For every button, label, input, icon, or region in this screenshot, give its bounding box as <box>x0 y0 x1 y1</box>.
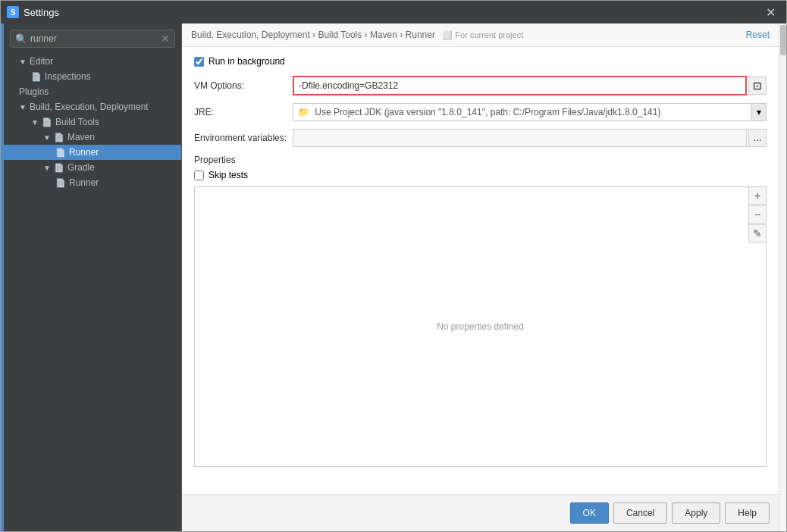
settings-window: S Settings ✕ 🔍 ✕ ▼ Editor 📄 Inspe <box>0 0 787 532</box>
sidebar-item-gradle-runner[interactable]: 📄 Runner <box>4 175 181 190</box>
vm-options-input[interactable] <box>293 76 747 95</box>
sidebar-item-label: Build, Execution, Deployment <box>30 102 149 112</box>
sidebar-item-build-exec-deploy[interactable]: ▼ Build, Execution, Deployment <box>4 99 181 114</box>
help-button[interactable]: Help <box>725 502 770 524</box>
env-vars-row: Environment variables: … <box>194 129 767 147</box>
search-input[interactable] <box>30 33 161 44</box>
sidebar-item-label: Plugins <box>19 86 49 97</box>
page-icon: 📄 <box>55 178 66 188</box>
edit-property-button[interactable]: ✎ <box>748 224 767 243</box>
breadcrumb: Build, Execution, Deployment › Build Too… <box>191 30 523 40</box>
breadcrumb-path: Build, Execution, Deployment › Build Too… <box>191 30 435 40</box>
sidebar-item-inspections[interactable]: 📄 Inspections <box>4 69 181 84</box>
arrow-icon: ▼ <box>43 164 51 172</box>
cancel-button[interactable]: Cancel <box>613 502 667 524</box>
page-icon: 📄 <box>55 148 66 158</box>
page-icon: 📄 <box>54 163 64 173</box>
main-header: Build, Execution, Deployment › Build Too… <box>182 23 779 47</box>
main-panel: Build, Execution, Deployment › Build Too… <box>182 23 779 531</box>
for-project-label: ⬜ For current project <box>442 30 523 39</box>
page-icon: 📄 <box>54 133 64 142</box>
sidebar-item-build-tools[interactable]: ▼ 📄 Build Tools <box>4 114 181 130</box>
vm-options-wrapper: ⊡ <box>293 76 767 95</box>
jre-dropdown-button[interactable]: ▾ <box>751 104 766 120</box>
sidebar-item-label: Maven <box>67 132 95 142</box>
clear-search-icon[interactable]: ✕ <box>161 33 170 45</box>
footer: OK Cancel Apply Help <box>182 494 779 531</box>
sidebar-item-editor[interactable]: ▼ Editor <box>4 54 181 69</box>
skip-tests-checkbox[interactable] <box>194 171 204 180</box>
window-title: Settings <box>24 7 761 18</box>
sidebar-item-label: Gradle <box>67 162 95 173</box>
arrow-icon: ▼ <box>43 133 51 142</box>
form-body: Run in background VM Options: ⊡ JRE: 📁 <box>182 47 779 494</box>
arrow-icon: ▼ <box>31 118 39 127</box>
ok-button[interactable]: OK <box>570 502 609 524</box>
vm-options-expand-button[interactable]: ⊡ <box>748 77 767 95</box>
sidebar: 🔍 ✕ ▼ Editor 📄 Inspections Plugins ▼ Bui… <box>4 23 182 531</box>
apply-button[interactable]: Apply <box>672 502 720 524</box>
title-bar: S Settings ✕ <box>1 1 786 23</box>
jre-text: Use Project JDK (java version "1.8.0_141… <box>315 107 660 117</box>
sidebar-item-plugins[interactable]: Plugins <box>4 84 181 99</box>
right-scrollbar <box>779 23 786 531</box>
sidebar-item-gradle[interactable]: ▼ 📄 Gradle <box>4 160 181 175</box>
sidebar-item-maven[interactable]: ▼ 📄 Maven <box>4 130 181 145</box>
sidebar-item-label: Runner <box>69 177 99 188</box>
app-icon: S <box>7 6 19 18</box>
page-icon: 📄 <box>31 72 42 82</box>
search-wrapper: 🔍 ✕ <box>10 30 175 48</box>
sidebar-item-label: Runner <box>69 147 99 158</box>
arrow-icon: ▼ <box>19 58 27 66</box>
sidebar-item-label: Inspections <box>45 71 91 82</box>
skip-tests-row: Skip tests <box>194 170 767 180</box>
skip-tests-label: Skip tests <box>209 170 248 180</box>
env-vars-expand-button[interactable]: … <box>748 129 767 147</box>
vm-options-label: VM Options: <box>194 80 293 91</box>
remove-property-button[interactable]: − <box>748 205 767 224</box>
properties-section: Properties Skip tests + − ✎ No propertie… <box>194 155 767 467</box>
properties-table: + − ✎ No properties defined <box>194 186 767 467</box>
run-in-background-label: Run in background <box>209 56 285 67</box>
page-icon: 📄 <box>42 117 52 127</box>
table-actions: + − ✎ <box>748 186 767 243</box>
sidebar-item-maven-runner[interactable]: 📄 Runner <box>4 145 181 160</box>
close-button[interactable]: ✕ <box>761 4 780 21</box>
reset-button[interactable]: Reset <box>746 30 770 40</box>
search-icon: 🔍 <box>15 33 27 45</box>
properties-empty-message: No properties defined <box>195 187 766 466</box>
main-content: 🔍 ✕ ▼ Editor 📄 Inspections Plugins ▼ Bui… <box>1 23 786 531</box>
search-box: 🔍 ✕ <box>4 23 181 54</box>
properties-label: Properties <box>194 155 767 165</box>
vm-options-row: VM Options: ⊡ <box>194 76 767 95</box>
jre-row: JRE: 📁 Use Project JDK (java version "1.… <box>194 103 767 121</box>
env-vars-input[interactable] <box>293 129 747 147</box>
jre-wrapper: 📁 Use Project JDK (java version "1.8.0_1… <box>293 103 767 121</box>
jre-value: 📁 Use Project JDK (java version "1.8.0_1… <box>293 104 751 120</box>
run-in-background-row: Run in background <box>194 56 767 67</box>
jre-label: JRE: <box>194 107 293 117</box>
sidebar-item-label: Editor <box>30 56 53 67</box>
arrow-icon: ▼ <box>19 103 27 111</box>
run-in-background-checkbox[interactable] <box>194 57 204 67</box>
scroll-thumb[interactable] <box>780 25 786 55</box>
add-property-button[interactable]: + <box>748 186 767 205</box>
env-vars-label: Environment variables: <box>194 133 293 143</box>
sidebar-item-label: Build Tools <box>55 117 99 127</box>
